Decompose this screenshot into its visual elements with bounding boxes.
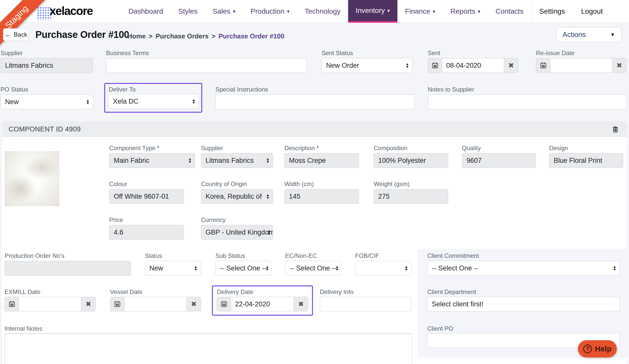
ec-non-ec-select[interactable]: -- Select One -- ▲▼ bbox=[285, 261, 341, 276]
sub-status-select[interactable]: -- Select One -- ▲▼ bbox=[215, 261, 272, 276]
component-type-select[interactable]: Main Fabric ▲▼ bbox=[109, 153, 195, 168]
chevron-down-icon: ▾ bbox=[387, 8, 390, 14]
clear-date-button[interactable]: ✖ bbox=[294, 297, 308, 311]
logo-dots-decoration bbox=[37, 7, 51, 20]
select-spinner-icon: ▲▼ bbox=[406, 63, 409, 68]
nav-item-logout[interactable]: Logout bbox=[573, 0, 611, 23]
calendar-icon-button[interactable] bbox=[428, 58, 442, 73]
actions-dropdown-button[interactable]: Actions ▼ bbox=[556, 27, 621, 42]
special-instructions-field[interactable] bbox=[215, 95, 415, 109]
country-of-origin-select[interactable]: Korea, Republic of ▲▼ bbox=[201, 189, 273, 204]
sent-status-select[interactable]: New Order ▲▼ bbox=[322, 58, 413, 73]
vessel-date-label: Vessel Date bbox=[110, 288, 142, 295]
width-label: Width (cm) bbox=[284, 180, 314, 188]
po-status-label: PO Status bbox=[1, 86, 28, 93]
ec-non-ec-label: EC/Non-EC bbox=[285, 252, 317, 259]
price-field[interactable]: 4.6 bbox=[109, 225, 184, 240]
calendar-icon-button[interactable] bbox=[217, 297, 231, 311]
client-department-field[interactable]: Select client first! bbox=[427, 297, 620, 311]
nav-item-finance[interactable]: Finance▾ bbox=[397, 0, 443, 23]
clear-date-button[interactable]: ✖ bbox=[612, 58, 626, 73]
deliver-to-label: Deliver To bbox=[109, 86, 136, 93]
calendar-icon-button[interactable] bbox=[110, 297, 124, 311]
clear-date-button[interactable]: ✖ bbox=[187, 297, 201, 311]
status-select[interactable]: New ▲▼ bbox=[145, 261, 201, 276]
nav-item-contacts[interactable]: Contacts bbox=[488, 0, 531, 23]
back-arrow-icon: ← bbox=[5, 31, 11, 38]
nav-item-production[interactable]: Production▾ bbox=[243, 0, 297, 23]
client-commitment-select[interactable]: -- Select One -- ▲▼ bbox=[427, 261, 620, 276]
calendar-icon-button[interactable] bbox=[536, 58, 550, 73]
delivery-info-field[interactable] bbox=[320, 297, 412, 311]
composition-label: Composition bbox=[374, 145, 407, 152]
po-status-select[interactable]: New ▲▼ bbox=[1, 95, 93, 109]
vessel-date-field[interactable] bbox=[124, 297, 187, 311]
design-field[interactable]: Blue Floral Print bbox=[549, 153, 623, 168]
reissue-date-field[interactable] bbox=[550, 58, 612, 73]
description-field[interactable]: Moss Crepe bbox=[284, 153, 359, 168]
breadcrumb-purchase-orders[interactable]: Purchase Orders bbox=[155, 32, 209, 40]
delivery-date-group: 22-04-2020 ✖ bbox=[217, 297, 308, 311]
nav-item-reports[interactable]: Reports▾ bbox=[443, 0, 488, 23]
brand-logo[interactable]: xelacore bbox=[50, 4, 93, 18]
back-button[interactable]: ← Back bbox=[3, 28, 29, 41]
internal-notes-textarea[interactable] bbox=[5, 333, 412, 364]
business-terms-field[interactable] bbox=[106, 58, 306, 73]
deliver-to-select[interactable]: Xela DC ▲▼ bbox=[108, 94, 199, 109]
component-supplier-label: Supplier bbox=[201, 145, 223, 152]
chevron-down-icon: ▼ bbox=[610, 32, 615, 38]
nav-item-settings[interactable]: Settings bbox=[531, 0, 573, 23]
delivery-info-label: Delivery Info bbox=[320, 288, 353, 295]
component-type-label: Component Type * bbox=[109, 145, 159, 152]
internal-notes-label: Internal Notes bbox=[5, 325, 42, 332]
country-of-origin-label: Country of Origin bbox=[201, 180, 247, 188]
nav-item-sales[interactable]: Sales▾ bbox=[205, 0, 243, 23]
nav-item-technology[interactable]: Technology bbox=[297, 0, 348, 23]
breadcrumb-home[interactable]: Home bbox=[127, 32, 146, 40]
reissue-date-label: Re-issue Date bbox=[536, 50, 574, 57]
nav-item-dashboard[interactable]: Dashboard bbox=[121, 0, 171, 23]
clear-date-button[interactable]: ✖ bbox=[504, 58, 518, 73]
nav-item-inventory[interactable]: Inventory▾ bbox=[348, 0, 397, 23]
delete-component-button[interactable] bbox=[611, 125, 620, 134]
clear-icon: ✖ bbox=[85, 300, 91, 308]
calendar-icon-button[interactable] bbox=[5, 297, 19, 311]
breadcrumb-separator: > bbox=[212, 32, 215, 40]
chevron-down-icon: ▾ bbox=[287, 8, 289, 14]
calendar-icon bbox=[540, 62, 547, 69]
calendar-icon bbox=[220, 301, 228, 308]
currency-label: Currency bbox=[201, 216, 226, 223]
question-mark-icon: ? bbox=[583, 345, 592, 353]
clear-date-button[interactable]: ✖ bbox=[81, 297, 95, 311]
trash-icon bbox=[611, 125, 619, 133]
top-navigation-bar: xelacore Dashboard Styles Sales▾ Product… bbox=[0, 0, 629, 23]
special-instructions-label: Special Instructions bbox=[215, 86, 268, 93]
currency-select[interactable]: GBP - United Kingdom P ▲▼ bbox=[201, 225, 273, 240]
design-label: Design bbox=[549, 145, 568, 152]
sent-date-field[interactable]: 08-04-2020 bbox=[442, 58, 504, 73]
component-supplier-select[interactable]: Litmans Fabrics ▲▼ bbox=[201, 153, 273, 168]
production-order-nos-field[interactable] bbox=[5, 261, 131, 276]
delivery-date-label: Delivery Date bbox=[217, 288, 253, 295]
vessel-date-group: ✖ bbox=[110, 297, 201, 311]
calendar-icon bbox=[114, 301, 121, 308]
width-field[interactable]: 145 bbox=[284, 189, 359, 204]
calendar-icon bbox=[8, 301, 15, 308]
quality-field[interactable]: 9607 bbox=[462, 153, 536, 168]
nav-item-styles[interactable]: Styles bbox=[171, 0, 205, 23]
supplier-field[interactable]: Litmans Fabrics bbox=[1, 58, 93, 73]
colour-field[interactable]: Off White 9607-01 bbox=[109, 189, 184, 204]
composition-field[interactable]: 100% Polyester bbox=[374, 153, 448, 168]
select-spinner-icon: ▲▼ bbox=[405, 265, 408, 271]
fob-cif-select[interactable]: ▲▼ bbox=[355, 261, 412, 276]
weight-field[interactable]: 275 bbox=[374, 189, 448, 204]
select-spinner-icon: ▲▼ bbox=[194, 265, 197, 271]
exmill-date-field[interactable] bbox=[19, 297, 81, 311]
back-label: Back bbox=[14, 31, 27, 38]
colour-label: Colour bbox=[109, 180, 127, 188]
notes-to-supplier-field[interactable] bbox=[428, 95, 626, 109]
weight-label: Weight (gsm) bbox=[374, 180, 410, 188]
delivery-date-field[interactable]: 22-04-2020 bbox=[231, 297, 294, 311]
help-button[interactable]: ? Help bbox=[578, 340, 617, 357]
chevron-down-icon: ▾ bbox=[233, 8, 235, 14]
